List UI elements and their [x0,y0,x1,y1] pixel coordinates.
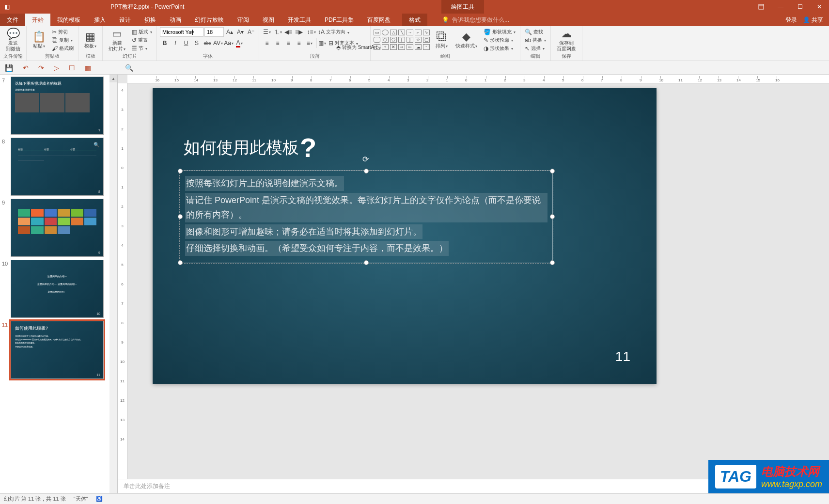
align-left-button[interactable]: ≡ [262,38,272,48]
thumbnail-slide-10[interactable]: 10这里简单的介绍一这里简单的介绍一 这里简单的介绍一这里简单的介绍一10 [2,260,115,318]
send-to-wechat-button[interactable]: 💬 发送 到微信 [3,28,23,53]
columns-button[interactable]: ▥ [316,38,326,48]
bold-button[interactable]: B [160,38,170,48]
section-button[interactable]: ☰节 [130,45,154,52]
resize-handle-bl[interactable] [178,260,183,265]
content-textbox[interactable]: ⟳ 按照每张幻灯片上的说明创建演示文稿。 请记住 PowerPoint 是演示文… [180,171,553,263]
tab-design[interactable]: 设计 [112,14,138,26]
shape-pent[interactable]: ⬠ [390,37,397,43]
arrange-button[interactable]: ⿻ 排列 [433,28,451,53]
resize-handle-ml[interactable] [178,214,183,219]
shape-fill-button[interactable]: 🪣形状填充 [482,28,517,36]
strikethrough-button[interactable]: abc [203,38,212,48]
shape-plus[interactable]: + [382,44,389,50]
increase-font-button[interactable]: A▴ [225,27,235,37]
qat-zoom-selection[interactable]: 🔍 [125,64,133,72]
resize-handle-tm[interactable] [364,169,369,173]
increase-indent-button[interactable]: ≡▶ [294,27,304,37]
reset-button[interactable]: ↺重置 [130,36,154,44]
horizontal-ruler[interactable]: 1615141312111098765432101234567891011121… [127,75,829,83]
thumbnail-slide-8[interactable]: 8🔍标题标题标题8 [2,138,115,196]
qat-undo[interactable]: ↶ [23,64,29,72]
align-right-button[interactable]: ≡ [283,38,293,48]
convert-smartart-button[interactable]: ⬘转换为 SmartArt [335,44,382,51]
decrease-font-button[interactable]: A▾ [235,27,245,37]
font-size-input[interactable] [204,27,224,37]
vertical-ruler[interactable]: 432101234567891011121314 [118,83,127,479]
tab-developer[interactable]: 开发工具 [281,14,318,26]
minimize-button[interactable]: — [771,0,790,14]
accessibility-check[interactable]: ♿ [96,496,103,502]
close-button[interactable]: ✕ [810,0,829,14]
shape-hex[interactable]: ⬡ [382,37,389,43]
shape-line[interactable]: ╲ [398,30,405,35]
resize-handle-bm[interactable] [364,260,369,265]
shape-outline-button[interactable]: ✎形状轮廓 [482,36,517,44]
align-center-button[interactable]: ≡ [273,38,282,48]
ribbon-display-options[interactable] [751,0,771,14]
shape-lbrace[interactable]: { [398,37,405,43]
qat-start-from-beginning[interactable]: ▷ [54,64,59,72]
tab-animations[interactable]: 动画 [163,14,188,26]
template-button[interactable]: ▦ 模板 [81,28,99,53]
share-button[interactable]: 👤 共享 [803,16,823,24]
format-painter-button[interactable]: 🖌格式刷 [50,45,75,52]
thumbnail-scrollbar[interactable]: ▲ [109,75,117,493]
underline-button[interactable]: U [181,38,191,48]
thumbnail-slide-7[interactable]: 7选择下图所提现或者的标题说明文本 说明文本7 [2,77,115,135]
qat-insert-table[interactable]: ▦ [85,64,91,72]
quick-styles-button[interactable]: ◆ 快速样式 [453,28,480,53]
thumbnail-preview[interactable]: 9 [11,199,104,257]
slide-canvas[interactable]: 如何使用此模板? ⟳ 按照每张幻灯片上的说明创建演示文稿。 请记住 Powe [127,83,829,479]
bullets-button[interactable]: ☰ [262,27,272,37]
current-slide[interactable]: 如何使用此模板? ⟳ 按照每张幻灯片上的说明创建演示文稿。 请记住 Powe [153,88,657,384]
tab-pdf-tools[interactable]: PDF工具集 [318,14,360,26]
font-color-button[interactable]: A [235,38,244,48]
numbering-button[interactable]: ⒈ [273,27,282,37]
shape-roundrect[interactable] [374,37,380,43]
textbox-line[interactable]: 图像和图形可增加趣味；请务必在适当时将其添加到幻灯片。 [185,224,422,239]
tab-slideshow[interactable]: 幻灯片放映 [188,14,231,26]
scroll-up-button[interactable]: ▲ [109,75,117,82]
tab-transitions[interactable]: 切换 [138,14,163,26]
shape-arrow[interactable]: → [407,30,413,35]
textbox-line[interactable]: 请记住 PowerPoint 是演示文稿的视觉效果。每张幻灯片上的文字仅作为论点… [185,193,547,222]
select-button[interactable]: ↖选择 [523,45,547,52]
tab-my-template[interactable]: 我的模板 [50,14,87,26]
shape-arrow-r[interactable]: ⇨ [398,44,405,50]
tab-file[interactable]: 文件 [0,14,25,26]
save-to-baidu-button[interactable]: ☁ 保存到 百度网盘 [554,28,579,53]
distributed-button[interactable]: ≡ [305,38,314,48]
rotate-handle[interactable]: ⟳ [362,155,370,162]
copy-button[interactable]: ⿻复制 [50,36,75,44]
shape-elbow[interactable]: ⌐ [415,30,422,35]
textbox-line[interactable]: 仔细选择切换和动画。（希望受众如何专注于内容，而不是效果。） [185,241,449,256]
maximize-button[interactable]: ☐ [790,0,810,14]
replace-button[interactable]: ab替换 [523,36,547,44]
thumbnail-slide-9[interactable]: 99 [2,199,115,257]
new-slide-button[interactable]: ▭ 新建 幻灯片 [106,28,128,53]
thumbnail-preview[interactable]: 选择下图所提现或者的标题说明文本 说明文本7 [11,77,104,135]
change-case-button[interactable]: Aa [224,38,234,48]
tab-review[interactable]: 审阅 [231,14,256,26]
clear-formatting-button[interactable]: A⁻ [246,27,256,37]
find-button[interactable]: 🔍查找 [523,28,547,36]
shape-triangle[interactable]: △ [390,30,397,35]
tab-baidu-disk[interactable]: 百度网盘 [360,14,397,26]
shape-more[interactable]: ⋯ [423,44,430,50]
shape-oval[interactable] [382,30,389,35]
decrease-indent-button[interactable]: ◀≡ [283,27,293,37]
shape-callout[interactable]: ▢ [423,37,430,43]
thumbnail-preview[interactable]: 这里简单的介绍一这里简单的介绍一 这里简单的介绍一这里简单的介绍一10 [11,260,104,318]
login-link[interactable]: 登录 [785,16,797,24]
shadow-button[interactable]: S [192,38,202,48]
shape-star[interactable]: ☆ [415,37,422,43]
layout-button[interactable]: ▥版式 [130,28,154,36]
shape-rect[interactable]: ▭ [374,30,380,35]
cut-button[interactable]: ✂剪切 [50,28,75,36]
resize-handle-br[interactable] [550,260,555,265]
text-direction-button[interactable]: ↕A文字方向 [316,28,351,36]
shape-arrow-l[interactable]: ⇦ [407,44,413,50]
tab-home[interactable]: 开始 [25,14,50,26]
shape-curve[interactable]: ∿ [423,30,430,35]
